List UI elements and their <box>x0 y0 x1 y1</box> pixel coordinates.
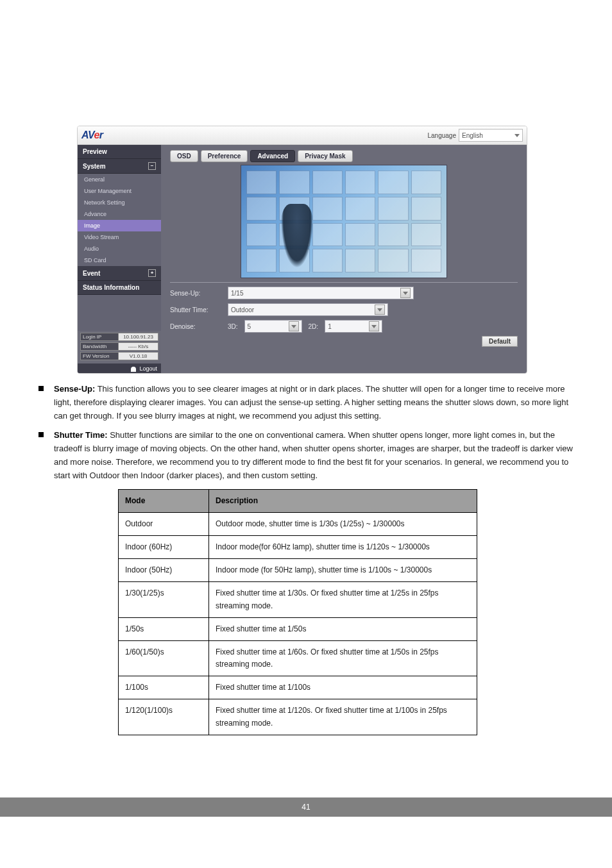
sidebar-item-user-management[interactable]: User Management <box>78 185 161 197</box>
tab-advanced[interactable]: Advanced <box>250 150 295 162</box>
table-row: 1/60(1/50)sFixed shutter time at 1/60s. … <box>119 640 477 676</box>
status-label: Login IP <box>80 333 118 341</box>
table-header-mode: Mode <box>119 489 209 512</box>
tabs: OSD Preference Advanced Privacy Mask <box>170 150 518 162</box>
table-cell-mode: 1/100s <box>119 676 209 699</box>
sidebar-section-event[interactable]: Event + <box>78 266 161 281</box>
bullet-text: Shutter functions are similar to the one… <box>54 430 573 480</box>
bullet-icon <box>38 432 44 437</box>
denoise-3d-select[interactable]: 5 <box>244 320 302 333</box>
sidebar-status-block: Login IP 10.100.91.23 Bandwidth ----- Kb… <box>78 331 161 363</box>
sidebar-section-status-information[interactable]: Status Information <box>78 281 161 295</box>
sidebar-section-system[interactable]: System − <box>78 159 161 174</box>
status-value: ----- Kb/s <box>118 342 158 351</box>
table-cell-description: Fixed shutter time at 1/30s. Or fixed sh… <box>209 582 477 617</box>
language-area: Language English <box>428 129 523 142</box>
sidebar-section-label: Status Information <box>83 284 139 291</box>
status-value: V1.0.18 <box>118 352 158 360</box>
row-shutter-time: Shutter Time: Outdoor <box>170 303 518 316</box>
logo-letter: A <box>81 129 88 140</box>
bullet-sense-up: Sense-Up: This function allows you to se… <box>38 383 574 422</box>
table-cell-mode: 1/120(1/100)s <box>119 699 209 735</box>
table-cell-description: Fixed shutter time at 1/50s <box>209 617 477 640</box>
bullet-icon <box>38 386 44 391</box>
chevron-down-icon <box>289 321 299 331</box>
sidebar-section-label: Event <box>83 270 100 277</box>
tab-preference[interactable]: Preference <box>201 150 248 162</box>
language-value: English <box>462 132 483 139</box>
status-row-bandwidth: Bandwidth ----- Kb/s <box>80 342 158 351</box>
camera-preview-image <box>241 165 447 278</box>
collapse-icon: − <box>148 162 156 170</box>
main-panel: OSD Preference Advanced Privacy Mask <box>161 145 527 374</box>
page-number: 41 <box>0 797 612 817</box>
sidebar-item-image[interactable]: Image <box>78 220 161 231</box>
preview-monitors <box>241 165 446 278</box>
app-window: AVer Language English Preview System − <box>77 126 527 374</box>
tab-privacy-mask[interactable]: Privacy Mask <box>298 150 352 162</box>
shutter-time-label: Shutter Time: <box>170 306 228 313</box>
sidebar-item-advance[interactable]: Advance <box>78 208 161 220</box>
sidebar-section-preview[interactable]: Preview <box>78 145 161 159</box>
table-cell-mode: Indoor (60Hz) <box>119 535 209 558</box>
tab-osd[interactable]: OSD <box>170 150 198 162</box>
row-denoise: Denoise: 3D: 5 2D: 1 <box>170 320 518 333</box>
denoise-2d-select[interactable]: 1 <box>325 320 382 333</box>
logout-label: Logout <box>139 365 157 372</box>
table-row: 1/120(1/100)sFixed shutter time at 1/120… <box>119 699 477 735</box>
language-select[interactable]: English <box>459 129 523 142</box>
table-header-description: Description <box>209 489 477 512</box>
status-row-fw-version: FW Version V1.0.18 <box>80 352 158 360</box>
table-cell-description: Indoor mode(for 60Hz lamp), shutter time… <box>209 535 477 558</box>
chevron-down-icon <box>375 305 385 315</box>
chevron-down-icon <box>369 321 379 331</box>
bullet-text: This function allows you to see clearer … <box>54 384 568 421</box>
logo-letter: r <box>99 129 103 140</box>
bullet-title: Shutter Time: <box>54 430 108 440</box>
status-label: FW Version <box>80 352 118 360</box>
sidebar-section-label: System <box>83 163 106 170</box>
table-row: Indoor (50Hz)Indoor mode (for 50Hz lamp)… <box>119 559 477 582</box>
denoise-3d-label: 3D: <box>228 323 238 330</box>
table-row: 1/50sFixed shutter time at 1/50s <box>119 617 477 640</box>
expand-icon: + <box>148 269 156 277</box>
preview-person <box>281 204 313 268</box>
table-cell-description: Outdoor mode, shutter time is 1/30s (1/2… <box>209 512 477 535</box>
denoise-3d-value: 5 <box>248 323 251 330</box>
sidebar-item-audio[interactable]: Audio <box>78 243 161 255</box>
sense-up-value: 1/15 <box>231 290 243 297</box>
sense-up-select[interactable]: 1/15 <box>228 287 414 299</box>
logo: AVer <box>81 129 103 141</box>
table-cell-description: Indoor mode (for 50Hz lamp), shutter tim… <box>209 559 477 582</box>
status-value: 10.100.91.23 <box>118 333 158 341</box>
chevron-down-icon <box>400 288 411 298</box>
sidebar-item-general[interactable]: General <box>78 174 161 185</box>
logo-letter: e <box>94 129 99 140</box>
shutter-time-select[interactable]: Outdoor <box>228 303 388 316</box>
language-label: Language <box>428 132 457 139</box>
status-label: Bandwidth <box>80 342 118 351</box>
chevron-down-icon <box>514 134 520 137</box>
app-header: AVer Language English <box>78 126 527 145</box>
sidebar-item-video-stream[interactable]: Video Stream <box>78 231 161 243</box>
table-cell-mode: Indoor (50Hz) <box>119 559 209 582</box>
sidebar-item-sd-card[interactable]: SD Card <box>78 255 161 266</box>
table-cell-description: Fixed shutter time at 1/120s. Or fixed s… <box>209 699 477 735</box>
sidebar: Preview System − General User Management… <box>78 145 161 374</box>
bullet-title: Sense-Up: <box>54 384 95 394</box>
table-cell-description: Fixed shutter time at 1/100s <box>209 676 477 699</box>
table-row: 1/100sFixed shutter time at 1/100s <box>119 676 477 699</box>
table-cell-mode: 1/30(1/25)s <box>119 582 209 617</box>
table-row: 1/30(1/25)sFixed shutter time at 1/30s. … <box>119 582 477 617</box>
denoise-2d-label: 2D: <box>309 323 319 330</box>
table-row: OutdoorOutdoor mode, shutter time is 1/3… <box>119 512 477 535</box>
denoise-label: Denoise: <box>170 323 228 330</box>
table-cell-mode: 1/50s <box>119 617 209 640</box>
bullet-shutter-time: Shutter Time: Shutter functions are simi… <box>38 429 574 482</box>
row-sense-up: Sense-Up: 1/15 <box>170 287 518 299</box>
default-button[interactable]: Default <box>482 336 518 347</box>
table-cell-description: Fixed shutter time at 1/60s. Or fixed sh… <box>209 640 477 676</box>
denoise-2d-value: 1 <box>328 323 332 330</box>
logout-button[interactable]: Logout <box>78 363 161 374</box>
sidebar-item-network-setting[interactable]: Network Setting <box>78 197 161 208</box>
